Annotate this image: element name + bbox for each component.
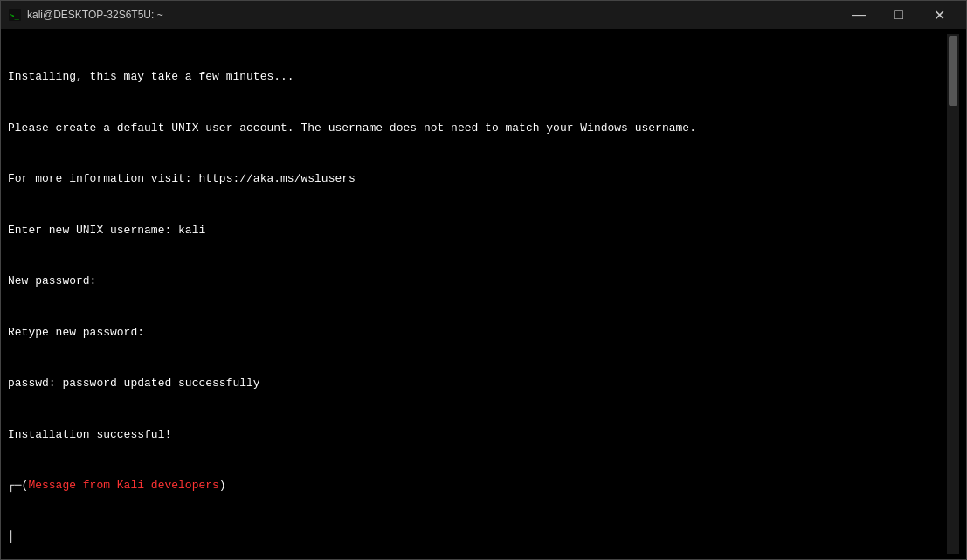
line-create-account: Please create a default UNIX user accoun… xyxy=(8,120,945,137)
terminal-icon: >_ xyxy=(8,8,22,22)
terminal-body[interactable]: Installing, this may take a few minutes.… xyxy=(1,29,966,559)
terminal-window: >_ kali@DESKTOP-32S6T5U: ~ — □ ✕ Install… xyxy=(0,0,967,560)
line-msg-border-top: ┌─(Message from Kali developers) xyxy=(8,477,945,494)
line-more-info: For more information visit: https://aka.… xyxy=(8,170,945,188)
title-bar-left: >_ kali@DESKTOP-32S6T5U: ~ xyxy=(8,8,163,22)
scrollbar[interactable] xyxy=(947,34,959,554)
line-enter-username: Enter new UNIX username: kali xyxy=(8,222,945,239)
window-controls: — □ ✕ xyxy=(839,1,959,29)
minimize-button[interactable]: — xyxy=(839,1,879,29)
terminal-content[interactable]: Installing, this may take a few minutes.… xyxy=(8,34,947,554)
svg-text:>_: >_ xyxy=(10,11,19,20)
line-passwd-updated: passwd: password updated successfully xyxy=(8,375,945,392)
title-bar: >_ kali@DESKTOP-32S6T5U: ~ — □ ✕ xyxy=(1,1,966,29)
line-installing: Installing, this may take a few minutes.… xyxy=(8,68,945,86)
close-button[interactable]: ✕ xyxy=(919,1,959,29)
line-installation-success: Installation successful! xyxy=(8,426,945,444)
restore-button[interactable]: □ xyxy=(879,1,919,29)
terminal-output: Installing, this may take a few minutes.… xyxy=(8,34,945,554)
scrollbar-thumb[interactable] xyxy=(949,36,957,106)
line-new-password: New password: xyxy=(8,273,945,290)
line-empty1: │ xyxy=(8,529,945,546)
line-retype-password: Retype new password: xyxy=(8,324,945,342)
window-title: kali@DESKTOP-32S6T5U: ~ xyxy=(27,9,163,21)
